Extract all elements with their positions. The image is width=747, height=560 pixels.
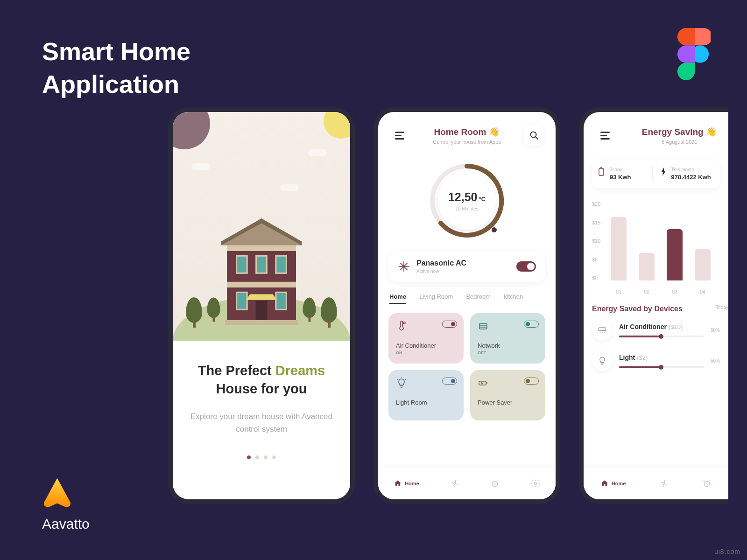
- page-indicator[interactable]: [190, 455, 332, 459]
- svg-rect-6: [237, 256, 247, 273]
- fan-icon: [450, 479, 459, 488]
- bottom-nav: Home: [584, 468, 728, 499]
- onboarding-heading: The Prefect DreamsHouse for you: [190, 362, 332, 398]
- chart-bar[interactable]: [667, 229, 683, 281]
- bulb-icon: [592, 350, 613, 371]
- svg-point-39: [663, 483, 665, 484]
- menu-icon: [600, 132, 610, 140]
- onboarding-subtitle: Explore your dream house with Avanced co…: [190, 410, 332, 435]
- alarm-icon: [702, 479, 712, 488]
- menu-icon: [395, 132, 404, 140]
- section-title: Energy Saved by Devices: [584, 294, 728, 320]
- device-item-light[interactable]: Light($2) 50%: [592, 350, 720, 371]
- home-screen: Home Room 👋 Control your house from Apps…: [374, 107, 560, 504]
- chart-xaxis: 01020304: [611, 289, 720, 294]
- bulb-icon: [396, 378, 407, 389]
- svg-marker-2: [221, 221, 302, 245]
- battery-icon: [598, 167, 605, 176]
- filter-pill[interactable]: Today: [716, 305, 728, 310]
- card-network[interactable]: Network OFF: [470, 313, 545, 364]
- device-toggle[interactable]: [516, 261, 536, 272]
- snowflake-icon: [398, 260, 410, 273]
- tab-living-room[interactable]: Living Room: [419, 293, 453, 304]
- svg-rect-35: [599, 328, 606, 331]
- hero-illustration: [173, 112, 350, 341]
- bottom-nav: Home: [378, 468, 556, 499]
- card-air-conditioner[interactable]: Air Conditioner ON: [388, 313, 464, 364]
- chart-yaxis: $20$15$10$5$0: [592, 201, 600, 280]
- svg-point-32: [534, 483, 536, 485]
- nav-alarm[interactable]: [702, 479, 712, 488]
- router-icon: [478, 321, 489, 332]
- nav-fan[interactable]: [450, 479, 459, 488]
- temperature-gauge[interactable]: 12,50°C 10 Minutes: [427, 161, 507, 241]
- screen-subtitle: Control your house from Apps: [433, 139, 501, 145]
- card-power-saver[interactable]: Power Saver: [470, 370, 545, 420]
- nav-alarm[interactable]: [490, 479, 500, 488]
- stat-today: Today93 Kwh: [598, 167, 652, 181]
- card-light-room[interactable]: Light Room: [388, 370, 464, 420]
- svg-rect-5: [227, 281, 296, 287]
- svg-rect-8: [256, 256, 267, 273]
- svg-rect-10: [276, 256, 287, 273]
- watermark: ui8.com: [714, 548, 740, 555]
- search-icon: [529, 131, 539, 140]
- chart-bar[interactable]: [695, 249, 711, 280]
- svg-line-26: [397, 379, 398, 380]
- chart-bar[interactable]: [611, 217, 627, 280]
- tab-home[interactable]: Home: [389, 293, 406, 304]
- svg-point-21: [403, 322, 405, 324]
- settings-icon: [531, 479, 540, 488]
- stat-month: This month970.4422 Kwh: [652, 167, 715, 181]
- chart-bar[interactable]: [639, 253, 655, 281]
- bolt-icon: [660, 167, 667, 176]
- tab-kitchen[interactable]: kitchen: [504, 293, 523, 304]
- brand-logo: Aavatto: [42, 477, 90, 532]
- house-icon: [218, 217, 305, 327]
- svg-rect-16: [256, 301, 268, 322]
- onboarding-screen: The Prefect DreamsHouse for you Explore …: [168, 107, 355, 504]
- aavatto-icon: [42, 477, 72, 511]
- home-icon: [394, 479, 402, 488]
- stats-card: Today93 Kwh This month970.4422 Kwh: [592, 160, 720, 188]
- fan-icon: [659, 479, 669, 488]
- alarm-icon: [490, 479, 500, 488]
- menu-button[interactable]: [389, 125, 410, 146]
- card-toggle[interactable]: [442, 321, 457, 328]
- search-button[interactable]: [524, 125, 544, 146]
- svg-rect-17: [225, 320, 298, 325]
- card-toggle[interactable]: [524, 321, 539, 328]
- thermometer-icon: [396, 321, 407, 332]
- card-toggle[interactable]: [524, 378, 539, 385]
- screen-title: Energy Saving 👋: [642, 126, 717, 137]
- nav-fan[interactable]: [659, 479, 669, 488]
- card-toggle[interactable]: [442, 378, 457, 385]
- page-title: Smart HomeApplication: [42, 35, 190, 100]
- svg-line-19: [536, 137, 538, 139]
- energy-chart: $20$15$10$5$0 01020304: [592, 201, 720, 294]
- nav-home[interactable]: Home: [600, 479, 626, 488]
- svg-rect-12: [237, 292, 247, 309]
- home-icon: [600, 479, 609, 488]
- room-tabs: Home Living Room Bedroom kitchen: [378, 282, 556, 309]
- screen-title: Home Room 👋: [433, 126, 501, 137]
- battery-icon: [478, 378, 489, 389]
- nav-home[interactable]: Home: [394, 479, 419, 488]
- svg-rect-33: [599, 168, 604, 175]
- tab-bedroom[interactable]: Bedroom: [466, 293, 491, 304]
- screen-subtitle: 6 Agugust 2021: [642, 139, 717, 145]
- svg-rect-22: [479, 323, 487, 329]
- figma-logo-icon: [676, 28, 711, 80]
- device-item-ac[interactable]: Air Conditioner($10) 50%: [592, 320, 720, 340]
- nav-settings[interactable]: [531, 479, 540, 488]
- menu-button[interactable]: [595, 125, 615, 146]
- svg-rect-4: [227, 245, 296, 251]
- svg-point-30: [454, 483, 455, 484]
- ac-icon: [592, 320, 613, 340]
- svg-rect-14: [276, 292, 287, 309]
- device-card[interactable]: Panasonic AC Active now: [388, 251, 545, 282]
- energy-screen: Energy Saving 👋 6 Agugust 2021 Today93 K…: [579, 107, 728, 504]
- svg-line-27: [405, 379, 406, 380]
